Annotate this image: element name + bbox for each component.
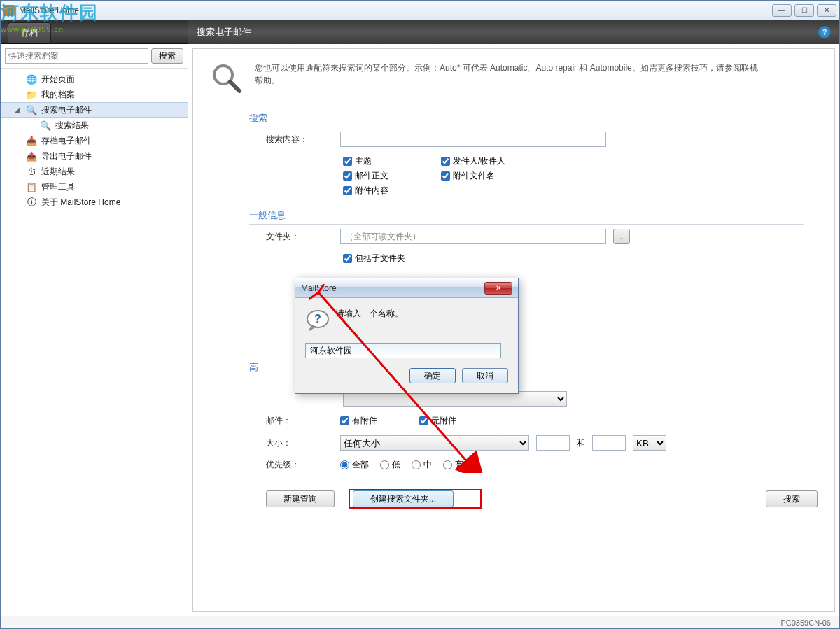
size-select[interactable]: 任何大小 — [340, 435, 529, 451]
cb-no-attachment[interactable]: 无附件 — [419, 415, 456, 427]
nav-search-results[interactable]: 🔍搜索结果 — [1, 118, 188, 133]
window-titlebar: MailStore Home — ☐ ✕ — [1, 1, 839, 20]
question-icon: ? — [305, 308, 330, 333]
radio-priority-high[interactable]: 高 — [443, 459, 463, 471]
statusbar: PC0359CN-06 — [1, 616, 839, 628]
quick-search-input[interactable] — [5, 48, 148, 64]
inbox-icon: 📥 — [26, 135, 37, 146]
nav-about[interactable]: ⓘ关于 MailStore Home — [1, 195, 188, 210]
minimize-button[interactable]: — — [772, 4, 792, 17]
nav-archive-email[interactable]: 📥存档电子邮件 — [1, 133, 188, 148]
outbox-icon: 📤 — [26, 150, 37, 162]
cb-sender-recipient[interactable]: 发件人/收件人 — [441, 155, 553, 167]
nav-start-page[interactable]: 🌐开始页面 — [1, 71, 188, 87]
app-icon — [4, 5, 15, 16]
label-size: 大小： — [249, 437, 333, 449]
label-priority: 优先级： — [249, 459, 333, 471]
cb-has-attachment[interactable]: 有附件 — [340, 415, 377, 427]
clipboard-icon: 📋 — [26, 181, 37, 192]
nav-export-email[interactable]: 📤导出电子邮件 — [1, 148, 188, 164]
highlight-annotation: 创建搜索文件夹... — [349, 489, 482, 509]
dialog-name-input[interactable] — [305, 343, 501, 358]
new-query-button[interactable]: 新建查询 — [266, 490, 335, 507]
section-search: 搜索 — [249, 112, 804, 127]
page-title: 搜索电子邮件 — [197, 26, 251, 38]
close-button[interactable]: ✕ — [817, 4, 836, 17]
section-advanced-partial: 高 — [249, 361, 256, 376]
svg-text:?: ? — [314, 313, 321, 325]
help-icon[interactable]: ? — [818, 26, 831, 38]
svg-line-1 — [230, 82, 239, 91]
cb-include-subfolders[interactable]: 包括子文件夹 — [343, 253, 405, 264]
create-search-folder-button[interactable]: 创建搜索文件夹... — [353, 490, 454, 507]
label-mail: 邮件： — [249, 415, 333, 427]
cb-attachment-name[interactable]: 附件文件名 — [441, 170, 553, 182]
size-value-2[interactable] — [592, 435, 626, 451]
dialog-ok-button[interactable]: 确定 — [410, 368, 456, 383]
nav-recent-results[interactable]: ⏱近期结果 — [1, 164, 188, 179]
clock-icon: ⏱ — [26, 166, 37, 177]
magnifier-icon — [210, 62, 244, 95]
size-value-1[interactable] — [536, 435, 570, 451]
section-general: 一般信息 — [249, 209, 804, 225]
dialog-close-button[interactable]: ✕ — [484, 282, 512, 295]
dialog-title: MailStore — [301, 283, 484, 293]
cb-body[interactable]: 邮件正文 — [343, 170, 434, 182]
status-text: PC0359CN-06 — [780, 619, 831, 627]
radio-priority-all[interactable]: 全部 — [340, 459, 369, 471]
nav-my-archive[interactable]: 📁我的档案 — [1, 87, 188, 102]
expand-icon[interactable]: ◢ — [15, 106, 22, 113]
sidebar-tabs: 存档 — [1, 20, 188, 44]
radio-priority-low[interactable]: 低 — [380, 459, 400, 471]
tab-archive[interactable]: 存档 — [8, 22, 51, 43]
radio-priority-mid[interactable]: 中 — [412, 459, 432, 471]
info-icon: ⓘ — [26, 197, 37, 208]
folder-browse-button[interactable]: ... — [613, 229, 630, 244]
dialog-prompt: 请输入一个名称。 — [336, 308, 403, 320]
maximize-button[interactable]: ☐ — [794, 4, 814, 17]
label-search-content: 搜索内容： — [249, 134, 333, 146]
quick-search-button[interactable]: 搜索 — [151, 48, 183, 64]
name-prompt-dialog: MailStore ✕ ? 请输入一个名称。 确定 取消 — [295, 278, 519, 394]
size-and-label: 和 — [577, 437, 585, 449]
cb-subject[interactable]: 主题 — [343, 155, 434, 167]
nav-admin-tools[interactable]: 📋管理工具 — [1, 179, 188, 195]
search-content-input[interactable] — [340, 132, 606, 147]
folder-input[interactable] — [340, 229, 606, 244]
nav-search-email[interactable]: ◢🔍搜索电子邮件 — [1, 102, 188, 118]
size-unit-select[interactable]: KB — [633, 435, 666, 451]
search-icon: 🔍 — [40, 120, 51, 131]
nav-tree: 🌐开始页面 📁我的档案 ◢🔍搜索电子邮件 🔍搜索结果 📥存档电子邮件 📤导出电子… — [1, 69, 188, 616]
cb-attachment-content[interactable]: 附件内容 — [343, 185, 434, 197]
search-icon: 🔍 — [26, 104, 37, 115]
sidebar: 存档 搜索 🌐开始页面 📁我的档案 ◢🔍搜索电子邮件 🔍搜索结果 📥存档电子邮件… — [1, 20, 188, 616]
dialog-cancel-button[interactable]: 取消 — [462, 368, 508, 383]
window-title: MailStore Home — [19, 6, 772, 15]
label-folder: 文件夹： — [249, 231, 333, 243]
folder-icon: 📁 — [26, 89, 37, 100]
hint-text: 您也可以使用通配符来搜索词的某个部分。示例：Auto* 可代表 Automati… — [255, 62, 759, 95]
search-button[interactable]: 搜索 — [766, 490, 818, 507]
globe-icon: 🌐 — [26, 73, 37, 85]
